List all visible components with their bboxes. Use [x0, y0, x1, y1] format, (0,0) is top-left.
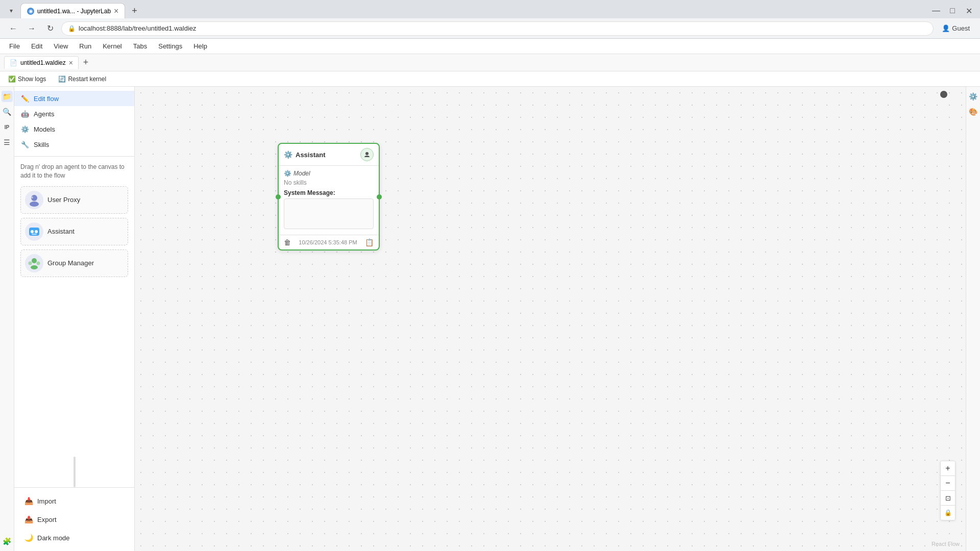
menu-kernel[interactable]: Kernel — [97, 41, 127, 52]
import-btn[interactable]: 📥 Import — [20, 494, 128, 508]
svg-point-5 — [35, 230, 38, 233]
user-proxy-avatar — [25, 191, 43, 209]
node-settings-btn[interactable] — [360, 148, 374, 161]
node-header: ⚙️ Assistant — [279, 144, 379, 166]
canvas-area[interactable]: ⚙️ Assistant ⚙️ Model No skills System M… — [135, 87, 966, 551]
nav-agents[interactable]: 🤖 Agents — [14, 106, 134, 121]
extensions-sidebar-icon[interactable]: 🧩 — [2, 536, 13, 547]
doc-tab-title: untitled1.waldiez — [20, 59, 66, 66]
left-panel: ✏️ Edit flow 🤖 Agents ⚙️ Models 🔧 Skills… — [14, 87, 135, 551]
svg-point-7 — [32, 258, 37, 263]
menu-run[interactable]: Run — [74, 41, 96, 52]
edit-flow-icon: ✏️ — [20, 94, 30, 103]
nav-skills[interactable]: 🔧 Skills — [14, 137, 134, 152]
nav-edit-flow[interactable]: ✏️ Edit flow — [14, 91, 134, 106]
import-label: Import — [37, 497, 56, 505]
menu-settings[interactable]: Settings — [153, 41, 187, 52]
restart-kernel-label: Restart kernel — [68, 76, 106, 83]
assistant-card[interactable]: Assistant — [20, 218, 128, 245]
group-manager-name: Group Manager — [47, 259, 94, 267]
user-proxy-card[interactable]: User Proxy — [20, 186, 128, 214]
restart-kernel-icon: 🔄 — [58, 76, 66, 83]
restart-kernel-btn[interactable]: 🔄 Restart kernel — [54, 74, 110, 84]
address-bar[interactable]: 🔒 localhost:8888/lab/tree/untitled1.wald… — [61, 21, 934, 36]
user-proxy-name: User Proxy — [47, 196, 80, 204]
new-doc-tab-btn[interactable]: + — [80, 57, 92, 69]
agent-drag-hint: Drag n' drop an agent to the canvas to a… — [20, 163, 128, 180]
node-title-text: Assistant — [296, 151, 326, 159]
record-btn[interactable] — [940, 91, 947, 98]
forward-btn[interactable]: → — [24, 21, 39, 36]
node-system-message-label: System Message: — [284, 189, 374, 196]
zoom-in-btn[interactable]: + — [941, 461, 955, 475]
node-body: ⚙️ Model No skills System Message: — [279, 166, 379, 235]
menu-edit[interactable]: Edit — [26, 41, 47, 52]
tab-close-btn[interactable]: × — [114, 7, 118, 15]
menu-file[interactable]: File — [4, 41, 25, 52]
browser-tab-bar: ▾ ◉ untitled1.wa... - JupyterLab × + — □… — [0, 0, 980, 18]
node-system-message-input[interactable] — [284, 198, 374, 229]
assistant-node[interactable]: ⚙️ Assistant ⚙️ Model No skills System M… — [278, 143, 380, 251]
node-delete-btn[interactable]: 🗑 — [284, 238, 291, 246]
window-close-btn[interactable]: ✕ — [962, 4, 976, 18]
active-browser-tab[interactable]: ◉ untitled1.wa... - JupyterLab × — [20, 3, 125, 18]
zoom-controls: + − ⊡ 🔒 — [940, 461, 955, 520]
menu-tabs[interactable]: Tabs — [128, 41, 152, 52]
zoom-fit-btn[interactable]: ⊡ — [941, 491, 955, 505]
node-skills: No skills — [284, 179, 374, 186]
back-btn[interactable]: ← — [6, 21, 20, 36]
ip-sidebar-icon[interactable]: IP — [2, 121, 13, 133]
search-sidebar-icon[interactable]: 🔍 — [2, 106, 13, 117]
node-copy-btn[interactable]: 📋 — [365, 238, 374, 246]
svg-point-11 — [365, 152, 369, 155]
group-manager-card[interactable]: Group Manager — [20, 249, 128, 277]
skills-icon: 🔧 — [20, 140, 30, 149]
node-gear-icon: ⚙️ — [284, 151, 292, 159]
dark-mode-btn[interactable]: 🌙 Dark mode — [20, 531, 128, 545]
zoom-out-btn[interactable]: − — [941, 476, 955, 490]
agents-icon: 🤖 — [20, 109, 30, 118]
agent-section: Drag n' drop an agent to the canvas to a… — [14, 157, 134, 457]
active-doc-tab[interactable]: 📄 untitled1.waldiez × — [4, 56, 79, 69]
url-text: localhost:8888/lab/tree/untitled1.waldie… — [79, 24, 927, 32]
files-sidebar-icon[interactable]: 📁 — [2, 91, 13, 102]
svg-point-10 — [31, 265, 38, 269]
left-panel-nav: ✏️ Edit flow 🤖 Agents ⚙️ Models 🔧 Skills — [14, 87, 134, 157]
browser-nav-bar: ← → ↻ 🔒 localhost:8888/lab/tree/untitled… — [0, 18, 980, 39]
dark-mode-label: Dark mode — [37, 534, 70, 542]
node-left-handle[interactable] — [276, 194, 281, 199]
panel-resizer[interactable] — [74, 457, 76, 487]
minimize-btn[interactable]: — — [929, 4, 943, 18]
sidebar-icon-bar: 📁 🔍 IP ☰ 🧩 — [0, 87, 14, 551]
zoom-lock-btn[interactable]: 🔒 — [941, 506, 955, 520]
menu-view[interactable]: View — [48, 41, 73, 52]
svg-point-8 — [29, 261, 32, 265]
export-btn[interactable]: 📤 Export — [20, 512, 128, 527]
svg-point-4 — [31, 230, 34, 233]
node-right-handle[interactable] — [377, 194, 382, 199]
nav-agents-label: Agents — [34, 110, 54, 118]
svg-point-2 — [31, 196, 33, 198]
models-icon: ⚙️ — [20, 124, 30, 134]
app-menubar: File Edit View Run Kernel Tabs Settings … — [0, 39, 980, 54]
refresh-btn[interactable]: ↻ — [43, 21, 57, 36]
right-palette-icon[interactable]: 🎨 — [968, 106, 979, 117]
tab-title: untitled1.wa... - JupyterLab — [37, 8, 111, 15]
list-sidebar-icon[interactable]: ☰ — [2, 137, 13, 148]
restore-btn[interactable]: □ — [945, 4, 960, 18]
right-settings-icon[interactable]: ⚙️ — [968, 91, 979, 102]
tab-dropdown-btn[interactable]: ▾ — [4, 4, 18, 18]
doc-tab-icon: 📄 — [10, 59, 17, 66]
import-icon: 📥 — [24, 497, 33, 505]
user-menu-btn[interactable]: 👤 Guest — [938, 22, 974, 34]
doc-tab-close-btn[interactable]: × — [69, 59, 73, 67]
new-browser-tab-btn[interactable]: + — [127, 4, 141, 18]
nav-models[interactable]: ⚙️ Models — [14, 121, 134, 137]
export-label: Export — [37, 516, 57, 523]
toolbar-row: ✅ Show logs 🔄 Restart kernel — [0, 71, 980, 87]
menu-help[interactable]: Help — [188, 41, 212, 52]
node-timestamp: 10/26/2024 5:35:48 PM — [299, 239, 357, 245]
assistant-name: Assistant — [47, 228, 75, 235]
show-logs-btn[interactable]: ✅ Show logs — [4, 74, 50, 84]
svg-point-1 — [30, 202, 39, 207]
